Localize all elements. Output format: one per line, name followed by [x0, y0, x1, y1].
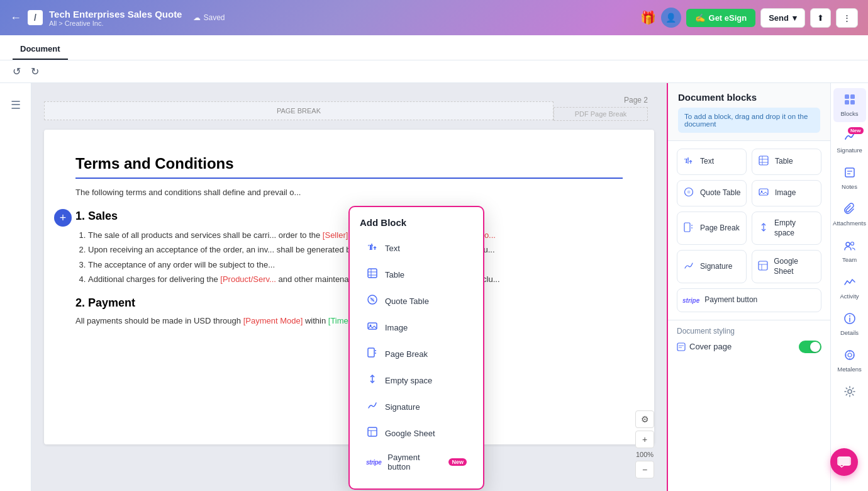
tab-bar: Document — [0, 35, 868, 60]
block-item-google-sheet[interactable]: Google Sheet — [360, 420, 473, 446]
more-options-button[interactable]: ⋮ — [836, 8, 858, 28]
cloud-icon: ☁ — [193, 13, 201, 22]
block-item-table[interactable]: Table — [360, 262, 473, 287]
share-button[interactable]: ⬆ — [810, 8, 831, 28]
header-left: ← / Tech Enterprises Sales Quote All > C… — [10, 9, 640, 27]
sidebar-item-blocks[interactable]: Blocks — [833, 88, 866, 122]
sidebar-item-team[interactable]: Team — [833, 234, 866, 268]
sidebar-item-details[interactable]: Details — [833, 307, 866, 341]
app-header: ← / Tech Enterprises Sales Quote All > C… — [0, 0, 868, 35]
text-block-label: Text — [385, 244, 400, 253]
settings-icon — [843, 385, 856, 401]
right-icon-bar: Blocks New Signature Notes Attachments — [830, 83, 868, 491]
metalens-icon-label: Metalens — [837, 366, 862, 373]
team-icon — [843, 239, 856, 255]
page-break-card-label: Page Break — [700, 223, 740, 234]
user-avatar-button[interactable]: 👤 — [661, 8, 681, 28]
block-item-quote-table[interactable]: Quote Table — [360, 288, 473, 313]
quote-table-block-icon — [366, 294, 379, 308]
google-sheet-block-icon — [366, 426, 379, 440]
table-block-label: Table — [385, 270, 404, 279]
page2-label: Page 2 — [554, 96, 648, 104]
block-card-page-break[interactable]: Page Break — [677, 212, 747, 245]
sidebar-item-activity[interactable]: Activity — [833, 271, 866, 305]
signature-card-label: Signature — [700, 262, 732, 272]
slash-icon: / — [28, 10, 43, 25]
block-card-image[interactable]: Image — [752, 180, 821, 206]
svg-point-26 — [687, 191, 691, 194]
svg-rect-3 — [368, 269, 377, 278]
page-break-banner: PAGE BREAK — [44, 101, 554, 120]
breadcrumb: All > Creative Inc. — [49, 20, 182, 27]
block-item-empty-space[interactable]: Empty space — [360, 368, 473, 393]
empty-space-block-label: Empty space — [385, 376, 432, 385]
svg-point-50 — [845, 351, 854, 359]
seller-ref: [Seller] — [323, 230, 348, 240]
sidebar-item-signature[interactable]: New Signature — [833, 125, 866, 159]
gift-button[interactable]: 🎁 — [640, 10, 656, 25]
block-card-payment-button[interactable]: stripe Payment button — [677, 288, 821, 312]
toggle-knob — [810, 342, 820, 352]
image-card-icon — [757, 187, 770, 200]
sidebar-item-metalens[interactable]: Metalens — [833, 344, 866, 378]
team-icon-label: Team — [842, 256, 857, 263]
cover-page-text: Cover page — [689, 342, 732, 351]
back-button[interactable]: ← — [10, 11, 21, 25]
chat-fab-button[interactable] — [830, 448, 858, 476]
empty-space-card-icon — [757, 222, 769, 235]
send-button[interactable]: Send ▾ — [760, 8, 805, 28]
sidebar-item-notes[interactable]: Notes — [833, 161, 866, 195]
text-card-label: Text — [700, 157, 714, 167]
header-right: 🎁 👤 ✍ Get eSign Send ▾ ⬆ ⋮ — [640, 8, 858, 28]
block-card-signature[interactable]: Signature — [677, 250, 747, 283]
payment-new-badge: New — [448, 458, 467, 466]
google-sheet-card-icon — [757, 261, 769, 273]
signature-card-icon — [682, 261, 695, 273]
doc-blocks-header: Document blocks To add a block, drag and… — [668, 83, 830, 141]
block-item-image[interactable]: Image — [360, 315, 473, 340]
pdf-page-break-label: PDF Page Break — [554, 107, 648, 121]
image-card-label: Image — [775, 188, 796, 198]
svg-rect-15 — [368, 427, 377, 436]
svg-rect-38 — [845, 94, 849, 99]
table-block-icon — [366, 268, 379, 281]
empty-space-card-label: Empty space — [774, 218, 816, 238]
zoom-level: 100% — [636, 451, 654, 458]
zoom-out-button[interactable]: − — [635, 461, 654, 478]
redo-button[interactable]: ↻ — [28, 63, 42, 80]
undo-button[interactable]: ↺ — [10, 63, 23, 80]
svg-point-46 — [850, 242, 854, 246]
block-item-text[interactable]: T Text — [360, 235, 473, 261]
zoom-in-button[interactable]: + — [635, 431, 654, 448]
cover-page-label: Cover page — [677, 342, 732, 351]
block-card-table[interactable]: Table — [752, 149, 821, 175]
title-underline — [75, 178, 623, 179]
block-card-quote-table[interactable]: Quote Table — [677, 180, 747, 206]
drag-drop-hint: To add a block, drag and drop it on the … — [678, 108, 820, 133]
block-card-google-sheet[interactable]: Google Sheet — [752, 250, 821, 283]
intro-text: The following terms and conditions shall… — [75, 186, 623, 200]
block-item-signature[interactable]: Signature — [360, 394, 473, 419]
google-sheet-card-label: Google Sheet — [774, 257, 816, 276]
send-label: Send — [769, 13, 789, 23]
document-icon-button[interactable]: ☰ — [6, 93, 26, 117]
zoom-controls: ⚙ + 100% − — [635, 410, 654, 478]
svg-rect-41 — [850, 100, 855, 104]
svg-point-49 — [849, 315, 850, 317]
signature-new-badge: New — [848, 127, 863, 134]
page-break-block-icon — [366, 347, 379, 361]
tools-button[interactable]: ⚙ — [635, 410, 654, 428]
block-card-text[interactable]: T Text — [677, 149, 747, 175]
signature-block-label: Signature — [385, 402, 420, 412]
sidebar-item-attachments[interactable]: Attachments — [833, 198, 866, 232]
table-card-label: Table — [775, 157, 793, 167]
tab-document[interactable]: Document — [13, 39, 68, 60]
esign-button[interactable]: ✍ Get eSign — [686, 9, 756, 27]
cover-page-toggle[interactable] — [799, 341, 821, 353]
block-item-page-break[interactable]: Page Break — [360, 341, 473, 366]
block-card-empty-space[interactable]: Empty space — [752, 212, 821, 245]
sidebar-item-settings[interactable] — [833, 380, 866, 406]
add-block-plus-button[interactable]: + — [54, 209, 72, 227]
document-styling-section: Document styling Cover page — [668, 320, 830, 359]
block-item-payment-button[interactable]: stripe Payment button New — [360, 447, 473, 477]
